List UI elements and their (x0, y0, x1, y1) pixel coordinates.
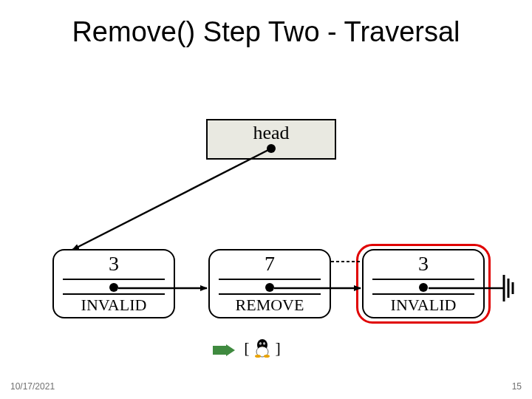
tux-icon (253, 338, 272, 358)
footer-page-number: 15 (512, 381, 522, 392)
node-2-state: REMOVE (210, 296, 330, 315)
divider (63, 293, 165, 295)
node-2-value: 7 (210, 252, 330, 276)
footer-date: 10/17/2021 (10, 381, 55, 392)
footer-logo: [ ] (236, 338, 288, 358)
node-3-value: 3 (364, 252, 483, 276)
svg-point-13 (260, 344, 261, 344)
node-1: 3 INVALID (52, 249, 175, 318)
svg-line-0 (72, 149, 271, 250)
node-1-value: 3 (54, 252, 174, 276)
node-3-pointer-dot (419, 283, 428, 292)
bracket-right: ] (275, 338, 280, 357)
svg-point-14 (264, 344, 265, 344)
green-arrow-icon (213, 344, 235, 359)
svg-point-15 (255, 355, 261, 358)
node-3-pointer-row (364, 280, 483, 293)
divider (219, 293, 321, 295)
node-1-pointer-dot (109, 283, 118, 292)
divider (372, 293, 474, 295)
node-2-pointer-row (210, 280, 330, 293)
head-label: head (253, 122, 289, 143)
node-3-state: INVALID (364, 296, 483, 315)
node-2-pointer-dot (265, 283, 274, 292)
head-box: head (206, 119, 336, 160)
node-3: 3 INVALID (362, 249, 485, 318)
head-pointer-dot (267, 144, 276, 153)
node-2: 7 REMOVE (208, 249, 331, 318)
node-1-pointer-row (54, 280, 174, 293)
svg-marker-8 (213, 344, 235, 356)
node-1-state: INVALID (54, 296, 174, 315)
bracket-left: [ (244, 338, 249, 357)
slide-title: Remove() Step Two - Traversal (0, 16, 532, 48)
svg-point-16 (264, 355, 270, 358)
